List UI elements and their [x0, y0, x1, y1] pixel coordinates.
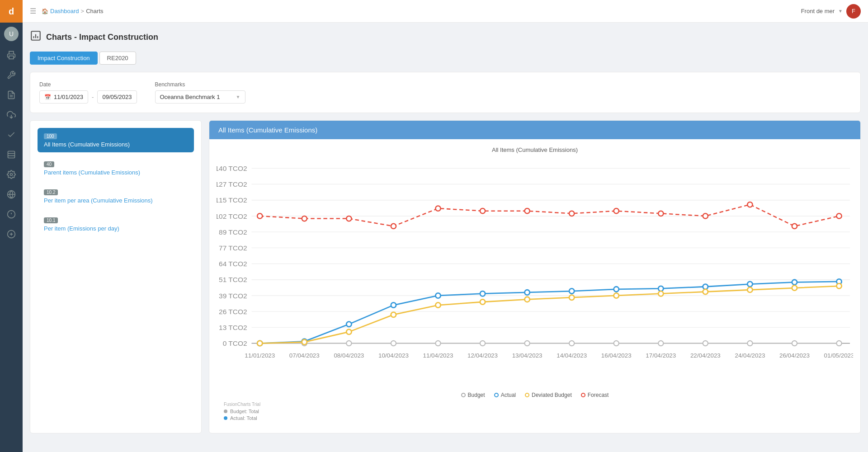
- svg-point-98: [302, 339, 307, 344]
- chart-badge-0: 100: [44, 133, 57, 139]
- date-filter-group: Date 📅 11/01/2023 - 09/05/2023: [39, 81, 137, 104]
- sidebar-check-icon[interactable]: [0, 125, 23, 145]
- user-avatar-topbar[interactable]: F: [846, 4, 861, 19]
- date-label: Date: [39, 81, 137, 88]
- chart-item-1[interactable]: 40 Parent items (Cumulative Emissions): [38, 156, 194, 180]
- svg-point-69: [257, 213, 262, 218]
- svg-point-110: [836, 283, 841, 288]
- sidebar-layout-icon[interactable]: [0, 145, 23, 165]
- svg-rect-0: [9, 56, 14, 59]
- sidebar-settings-icon[interactable]: [0, 165, 23, 184]
- svg-point-89: [524, 290, 529, 295]
- page-header-icon: [30, 30, 42, 44]
- workspace-label: Front de mer: [801, 8, 835, 14]
- svg-text:01/05/2023: 01/05/2023: [824, 352, 853, 359]
- sidebar: d U: [0, 0, 23, 452]
- legend-deviated: Deviated Budget: [525, 392, 572, 398]
- filter-row: Date 📅 11/01/2023 - 09/05/2023 Benchmark…: [39, 81, 851, 104]
- user-avatar-sidebar: U: [4, 27, 19, 41]
- svg-point-79: [703, 213, 708, 218]
- chart-item-2[interactable]: 10.2 Per item per area (Cumulative Emiss…: [38, 184, 194, 208]
- svg-point-105: [614, 293, 619, 298]
- chart-display-header: All Items (Cumulative Emissions): [209, 121, 860, 139]
- svg-point-63: [614, 341, 619, 346]
- sidebar-globe-icon[interactable]: [0, 184, 23, 204]
- svg-text:102 TCO2: 102 TCO2: [217, 212, 247, 220]
- sidebar-refresh-icon[interactable]: [0, 204, 23, 224]
- date-from-input[interactable]: 📅 11/01/2023: [39, 90, 88, 104]
- legend-budget: Budget: [461, 392, 485, 398]
- svg-text:16/04/2023: 16/04/2023: [601, 352, 632, 359]
- svg-text:17/04/2023: 17/04/2023: [646, 352, 676, 359]
- main-area: ☰ 🏠 Dashboard > Charts Front de mer ▼ F …: [23, 0, 868, 452]
- svg-point-7: [10, 174, 13, 176]
- date-to-input[interactable]: 09/05/2023: [97, 90, 137, 104]
- svg-point-60: [480, 341, 485, 346]
- svg-point-75: [524, 208, 529, 213]
- sidebar-cloud-icon[interactable]: [0, 105, 23, 125]
- svg-text:26/04/2023: 26/04/2023: [779, 352, 810, 359]
- svg-point-68: [836, 341, 841, 346]
- svg-point-94: [747, 282, 752, 287]
- content-area: Charts - Impact Construction Impact Cons…: [23, 23, 868, 452]
- legend-actual: Actual: [494, 392, 516, 398]
- svg-point-62: [569, 341, 574, 346]
- chart-display-panel: All Items (Cumulative Emissions) All Ite…: [209, 120, 861, 433]
- chart-item-3[interactable]: 10.1 Per item (Emissions per day): [38, 212, 194, 236]
- svg-text:127 TCO2: 127 TCO2: [217, 180, 247, 188]
- chart-item-0[interactable]: 100 All Items (Cumulative Emissions): [38, 128, 194, 152]
- tab-re2020[interactable]: RE2020: [99, 52, 136, 65]
- svg-text:10/04/2023: 10/04/2023: [378, 352, 409, 359]
- sidebar-plus-icon[interactable]: [0, 224, 23, 244]
- sidebar-notes-icon[interactable]: [0, 85, 23, 105]
- workspace-dropdown-arrow[interactable]: ▼: [838, 9, 843, 14]
- svg-point-67: [792, 341, 797, 346]
- svg-text:08/04/2023: 08/04/2023: [334, 352, 364, 359]
- legend-forecast: Forecast: [581, 392, 609, 398]
- chart-badge-2: 10.2: [44, 189, 58, 195]
- sidebar-tools-icon[interactable]: [0, 65, 23, 85]
- app-logo[interactable]: d: [0, 0, 23, 23]
- benchmark-filter-group: Benchmarks Oceanna Benchmark 1 ▼: [155, 81, 245, 104]
- svg-point-91: [614, 287, 619, 292]
- hamburger-icon[interactable]: ☰: [30, 7, 36, 15]
- page-title: Charts - Impact Construction: [46, 33, 158, 42]
- svg-point-57: [346, 341, 351, 346]
- sidebar-print-icon[interactable]: [0, 45, 23, 65]
- topbar-right: Front de mer ▼ F: [801, 4, 861, 19]
- chart-display-title: All Items (Cumulative Emissions): [217, 146, 853, 153]
- tab-impact-construction[interactable]: Impact Construction: [30, 52, 98, 65]
- legend-budget-icon: [461, 393, 466, 397]
- svg-point-85: [346, 322, 351, 327]
- chart-badge-3: 10.1: [44, 217, 58, 223]
- dot-actual: [224, 416, 227, 420]
- svg-text:115 TCO2: 115 TCO2: [217, 196, 247, 204]
- chart-svg-container: 140 TCO2 127 TCO2 115 TCO2 102 TCO2 89 T…: [217, 157, 853, 387]
- page-header: Charts - Impact Construction: [30, 30, 861, 44]
- legend-forecast-icon: [581, 393, 585, 397]
- svg-text:13/04/2023: 13/04/2023: [512, 352, 542, 359]
- breadcrumb-separator: >: [81, 8, 85, 14]
- benchmark-value: Oceanna Benchmark 1: [160, 94, 220, 100]
- svg-point-72: [391, 224, 396, 229]
- bottom-legend: FusionCharts Trial Budget: Total Actual:…: [217, 398, 853, 426]
- svg-point-109: [792, 285, 797, 290]
- svg-point-64: [658, 341, 663, 346]
- svg-rect-4: [8, 151, 15, 158]
- svg-text:51 TCO2: 51 TCO2: [219, 276, 247, 283]
- topbar: ☰ 🏠 Dashboard > Charts Front de mer ▼ F: [23, 0, 868, 23]
- svg-text:11/01/2023: 11/01/2023: [245, 352, 275, 359]
- svg-point-82: [836, 213, 841, 218]
- svg-text:0 TCO2: 0 TCO2: [223, 339, 247, 347]
- svg-text:11/04/2023: 11/04/2023: [423, 352, 453, 359]
- svg-point-107: [703, 289, 708, 294]
- legend-forecast-label: Forecast: [588, 392, 609, 398]
- chart-item-label-3: Per item (Emissions per day): [44, 225, 188, 232]
- svg-text:14/04/2023: 14/04/2023: [557, 352, 587, 359]
- svg-point-86: [391, 302, 396, 307]
- svg-point-58: [391, 341, 396, 346]
- benchmark-select[interactable]: Oceanna Benchmark 1 ▼: [155, 90, 245, 104]
- svg-point-77: [614, 208, 619, 213]
- breadcrumb-dashboard[interactable]: Dashboard: [50, 8, 79, 14]
- filter-card: Date 📅 11/01/2023 - 09/05/2023 Benchmark…: [30, 72, 861, 113]
